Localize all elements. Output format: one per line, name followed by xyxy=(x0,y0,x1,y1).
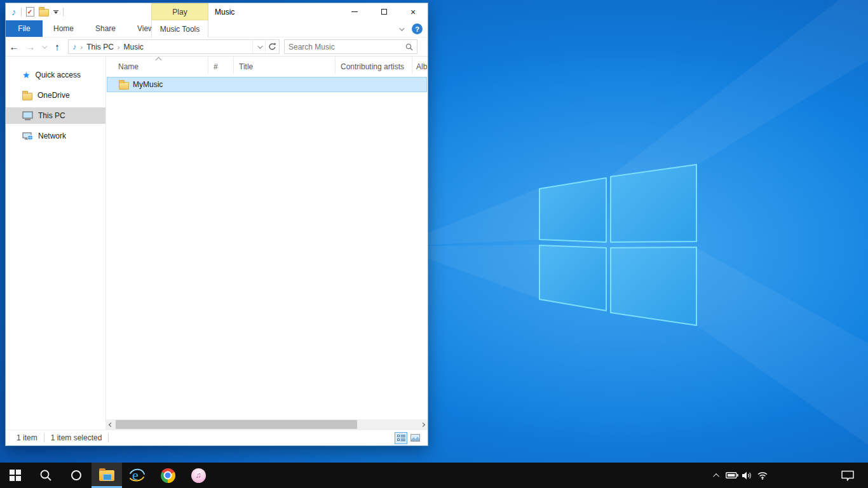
column-header-title[interactable]: Title xyxy=(234,57,336,74)
maximize-button[interactable] xyxy=(369,3,398,20)
column-label: Title xyxy=(239,62,253,71)
system-tray xyxy=(709,463,868,488)
tab-share[interactable]: Share xyxy=(85,20,126,37)
network-indicator[interactable] xyxy=(755,463,770,488)
forward-button[interactable]: → xyxy=(22,39,39,55)
sidebar-item-label: This PC xyxy=(38,111,65,120)
contextual-tab-play[interactable]: Play xyxy=(151,3,208,20)
file-row-mymusic[interactable]: MyMusic xyxy=(107,77,427,92)
chrome-icon xyxy=(161,468,175,483)
internet-explorer-icon: e xyxy=(129,467,146,484)
close-button[interactable]: × xyxy=(398,3,428,20)
sidebar-item-label: Network xyxy=(38,132,66,140)
network-icon xyxy=(22,132,33,141)
large-icons-view-button[interactable] xyxy=(409,432,421,444)
minimize-button[interactable] xyxy=(340,3,369,20)
toolbar-separator xyxy=(21,8,22,17)
horizontal-scrollbar[interactable] xyxy=(106,419,428,430)
scrollbar-track[interactable] xyxy=(116,419,418,430)
monitor-icon xyxy=(22,111,33,121)
column-header-number[interactable]: # xyxy=(208,57,234,74)
cortana-button[interactable] xyxy=(61,463,92,488)
new-folder-icon[interactable] xyxy=(39,9,49,17)
refresh-button[interactable] xyxy=(265,40,279,53)
navigation-pane: ★ Quick access OneDrive This PC xyxy=(6,57,106,430)
breadcrumb-this-pc[interactable]: This PC xyxy=(86,43,114,51)
tab-music-tools[interactable]: Music Tools xyxy=(151,20,208,37)
speaker-icon xyxy=(742,471,753,480)
details-view-button[interactable] xyxy=(395,432,407,444)
search-box[interactable] xyxy=(284,39,417,54)
windows-logo-icon xyxy=(10,470,21,481)
tab-file[interactable]: File xyxy=(6,20,43,37)
help-button[interactable]: ? xyxy=(412,24,423,34)
chevron-right-icon xyxy=(421,422,425,426)
sidebar-item-onedrive[interactable]: OneDrive xyxy=(6,87,105,104)
tab-home[interactable]: Home xyxy=(43,20,85,37)
taskbar-file-explorer-button[interactable] xyxy=(92,463,122,488)
recent-locations-dropdown[interactable] xyxy=(39,39,49,55)
column-header-name[interactable]: Name xyxy=(106,57,208,74)
window-body: ★ Quick access OneDrive This PC xyxy=(6,57,428,430)
refresh-icon xyxy=(268,43,276,51)
title-bar[interactable]: ♪ ✓ Play Music × xyxy=(6,3,428,20)
customize-toolbar-dropdown[interactable] xyxy=(53,10,58,14)
thumbnail-view-icon xyxy=(410,434,420,442)
column-label: Name xyxy=(118,62,139,71)
cortana-circle-icon xyxy=(71,470,81,480)
taskbar-itunes-button[interactable]: ♫ xyxy=(183,463,214,488)
scroll-right-button[interactable] xyxy=(418,419,428,430)
details-view-icon xyxy=(397,435,405,442)
address-dropdown-button[interactable] xyxy=(252,40,265,53)
column-header-album[interactable]: Alb xyxy=(412,57,428,74)
file-explorer-icon xyxy=(99,470,114,481)
volume-indicator[interactable] xyxy=(740,463,755,488)
sidebar-item-network[interactable]: Network xyxy=(6,128,105,144)
ribbon-tab-row: File Home Share View Music Tools ? xyxy=(6,20,428,37)
breadcrumb-separator: › xyxy=(81,43,83,51)
window-controls: × xyxy=(340,3,428,20)
battery-indicator[interactable] xyxy=(724,463,740,488)
properties-icon[interactable]: ✓ xyxy=(26,7,34,17)
status-separator xyxy=(108,433,109,442)
breadcrumb: ♪ › This PC › Music xyxy=(69,43,252,51)
start-button[interactable] xyxy=(0,463,31,488)
chevron-up-icon xyxy=(713,473,719,479)
item-count: 1 item xyxy=(17,433,37,442)
navigation-bar: ← → ↑ ♪ › This PC › Music xyxy=(6,37,428,57)
minimize-ribbon-chevron-icon[interactable] xyxy=(399,25,404,30)
scroll-left-button[interactable] xyxy=(106,419,116,430)
up-button[interactable]: ↑ xyxy=(49,39,65,55)
column-label: Alb xyxy=(416,62,427,71)
file-explorer-window: ♪ ✓ Play Music × File Home Share xyxy=(5,3,428,446)
chevron-down-icon xyxy=(54,11,58,14)
breadcrumb-music[interactable]: Music xyxy=(124,43,144,51)
screen: ♪ ✓ Play Music × File Home Share xyxy=(0,0,868,488)
action-center-icon xyxy=(841,470,854,481)
sidebar-item-this-pc[interactable]: This PC xyxy=(6,107,105,124)
back-button[interactable]: ← xyxy=(6,39,22,55)
taskbar-search-button[interactable] xyxy=(31,463,61,488)
sidebar-item-quick-access[interactable]: ★ Quick access xyxy=(6,67,105,83)
scrollbar-thumb[interactable] xyxy=(116,420,357,429)
chevron-down-icon xyxy=(42,43,47,48)
column-label: # xyxy=(214,62,218,71)
battery-icon xyxy=(726,471,738,479)
taskbar-internet-explorer-button[interactable]: e xyxy=(122,463,153,488)
ribbon-right-controls: ? xyxy=(399,20,423,37)
address-bar[interactable]: ♪ › This PC › Music xyxy=(68,39,280,54)
taskbar-chrome-button[interactable] xyxy=(153,463,183,488)
folder-icon xyxy=(119,82,129,90)
selection-count: 1 item selected xyxy=(51,433,102,442)
column-header-contributing-artists[interactable]: Contributing artists xyxy=(336,57,412,74)
window-title: Music xyxy=(215,3,234,20)
action-center-button[interactable] xyxy=(834,463,862,488)
show-hidden-icons-button[interactable] xyxy=(709,463,724,488)
search-input[interactable] xyxy=(285,43,405,51)
view-toggle-buttons xyxy=(395,432,424,444)
file-name: MyMusic xyxy=(133,80,163,89)
file-list-area: Name # Title Contributing artists Alb xyxy=(106,57,428,430)
music-note-window-icon: ♪ xyxy=(11,7,17,17)
sidebar-item-label: Quick access xyxy=(36,71,81,79)
sort-ascending-icon xyxy=(156,57,162,64)
